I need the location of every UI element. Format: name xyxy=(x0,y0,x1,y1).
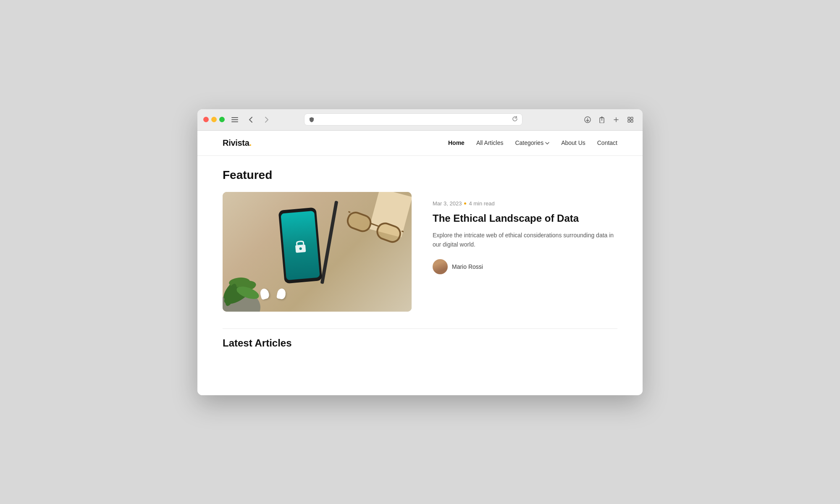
brand-dot: . xyxy=(249,138,252,147)
nav-item-contact[interactable]: Contact xyxy=(597,139,617,147)
traffic-light-red[interactable] xyxy=(203,117,209,122)
tabs-button[interactable] xyxy=(624,113,637,126)
categories-chevron-icon xyxy=(545,141,549,145)
svg-rect-7 xyxy=(628,120,630,122)
new-tab-button[interactable] xyxy=(610,113,622,126)
svg-rect-5 xyxy=(628,117,630,119)
article-read-time: 4 min read xyxy=(469,200,494,207)
svg-rect-1 xyxy=(231,119,238,120)
article-excerpt: Explore the intricate web of ethical con… xyxy=(433,231,617,249)
meta-separator-dot xyxy=(464,202,466,205)
svg-line-14 xyxy=(348,211,350,212)
brand-logo[interactable]: Rivista. xyxy=(223,138,252,148)
svg-rect-12 xyxy=(375,221,402,244)
author-name: Mario Rossi xyxy=(452,263,483,270)
featured-article-info: Mar 3, 2023 4 min read The Ethical Lands… xyxy=(433,192,617,275)
article-meta: Mar 3, 2023 4 min read xyxy=(433,200,617,207)
nav-links: Home All Articles Categories About Us xyxy=(448,139,617,147)
author-row: Mario Rossi xyxy=(433,259,617,274)
back-button[interactable] xyxy=(245,114,257,126)
latest-articles-title: Latest Articles xyxy=(223,329,617,349)
lock-icon xyxy=(291,236,309,254)
svg-rect-11 xyxy=(346,210,373,233)
nav-item-categories[interactable]: Categories xyxy=(515,139,549,146)
nav-link-home[interactable]: Home xyxy=(448,139,465,146)
address-bar[interactable] xyxy=(304,113,522,126)
navbar: Rivista. Home All Articles Categories xyxy=(197,131,643,156)
browser-actions xyxy=(581,113,637,126)
featured-article-image[interactable] xyxy=(223,192,412,312)
featured-section-title: Featured xyxy=(223,168,272,182)
svg-line-13 xyxy=(371,223,379,226)
author-avatar xyxy=(433,259,448,274)
nav-link-about-us[interactable]: About Us xyxy=(561,139,585,146)
traffic-light-yellow[interactable] xyxy=(211,117,217,122)
browser-window: Rivista. Home All Articles Categories xyxy=(197,109,643,395)
traffic-light-green[interactable] xyxy=(219,117,225,122)
article-title[interactable]: The Ethical Landscape of Data xyxy=(433,212,617,225)
svg-rect-6 xyxy=(631,117,633,119)
reload-button[interactable] xyxy=(512,116,518,123)
browser-chrome xyxy=(197,109,643,131)
share-button[interactable] xyxy=(596,113,608,126)
avatar-face xyxy=(433,259,448,274)
nav-link-categories[interactable]: Categories xyxy=(515,139,543,146)
sidebar-toggle-button[interactable] xyxy=(229,114,241,126)
svg-rect-8 xyxy=(631,120,633,122)
address-input[interactable] xyxy=(317,116,509,123)
svg-line-15 xyxy=(402,231,404,232)
pencil-decoration xyxy=(320,200,339,284)
nav-item-home[interactable]: Home xyxy=(448,139,465,147)
article-date: Mar 3, 2023 xyxy=(433,200,462,207)
nav-item-all-articles[interactable]: All Articles xyxy=(476,139,504,147)
page-content: Rivista. Home All Articles Categories xyxy=(197,131,643,395)
download-button[interactable] xyxy=(581,113,594,126)
svg-rect-0 xyxy=(231,117,238,118)
earbuds-decoration xyxy=(260,289,286,299)
traffic-lights xyxy=(203,117,225,122)
main-content: Featured xyxy=(197,156,643,366)
svg-rect-2 xyxy=(231,121,238,122)
featured-article: Mar 3, 2023 4 min read The Ethical Lands… xyxy=(223,192,617,312)
forward-button[interactable] xyxy=(261,114,273,126)
nav-item-about-us[interactable]: About Us xyxy=(561,139,585,147)
nav-link-contact[interactable]: Contact xyxy=(597,139,617,146)
shield-icon xyxy=(309,117,315,123)
nav-link-all-articles[interactable]: All Articles xyxy=(476,139,504,146)
phone-decoration xyxy=(278,207,323,284)
